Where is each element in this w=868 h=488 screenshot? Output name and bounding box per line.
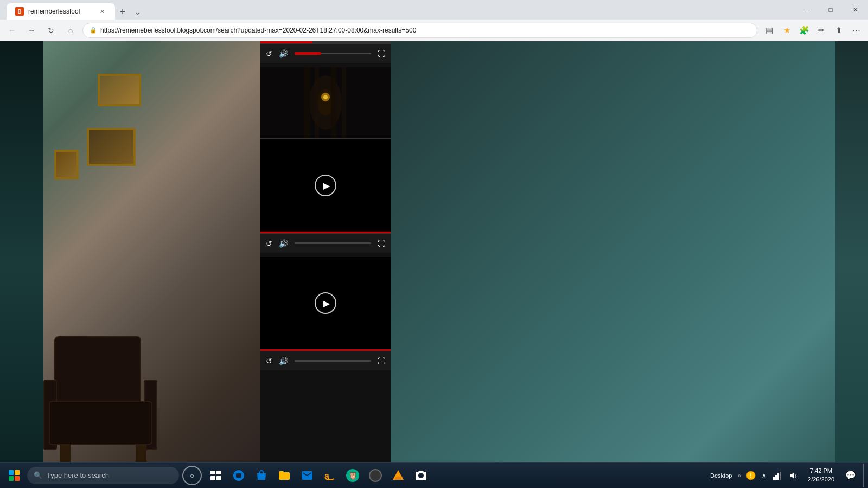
painting-2 — [87, 128, 136, 166]
task-view-button[interactable] — [205, 464, 227, 487]
video-3-fullscreen-button[interactable]: ⛶ — [378, 357, 385, 365]
mail-icon — [301, 469, 314, 482]
svg-rect-12 — [216, 476, 221, 480]
video-3-play-button[interactable]: ▶ — [315, 292, 336, 314]
page-content: ↺ 🔊 ⛶ — [0, 41, 868, 488]
svg-rect-10 — [216, 471, 221, 474]
amazon-icon[interactable]: a — [319, 464, 341, 487]
show-desktop-button[interactable] — [863, 464, 866, 487]
play-icon-2: ▶ — [323, 181, 330, 191]
svg-rect-21 — [777, 473, 779, 480]
vlc-cone-icon — [392, 469, 405, 482]
share-button[interactable]: ⬆ — [831, 23, 846, 38]
folder-icon — [278, 469, 291, 482]
play-icon-3: ▶ — [323, 298, 330, 309]
tripadvisor-logo: 🦉 — [346, 469, 359, 482]
mail-app-icon[interactable] — [296, 464, 318, 487]
svg-rect-11 — [210, 476, 215, 480]
tab-favicon: B — [15, 7, 24, 16]
windows-logo-icon — [9, 470, 20, 481]
cortana-icon: ○ — [190, 471, 194, 480]
tab-close-button[interactable]: ✕ — [98, 7, 106, 16]
video-1-visual — [260, 67, 391, 138]
video-1-thumbnail — [260, 67, 391, 138]
video-2-play-button[interactable]: ▶ — [315, 175, 336, 196]
video-2-volume-button[interactable]: 🔊 — [279, 239, 288, 248]
video-1-gap — [260, 63, 391, 67]
file-explorer-icon[interactable] — [273, 464, 295, 487]
video-1-seekbar[interactable] — [295, 53, 371, 54]
clock-display[interactable]: 7:42 PM 2/26/2020 — [803, 467, 839, 484]
tab-bar: B rememberlessfool ✕ + ⌄ — [4, 0, 793, 20]
camera-app-icon — [414, 469, 427, 482]
unknown-app-icon[interactable] — [365, 464, 386, 487]
video-2-seekbar[interactable] — [295, 242, 371, 244]
bookmark-button[interactable]: ★ — [779, 23, 794, 38]
video-1-controls: ↺ 🔊 ⛶ — [260, 43, 391, 63]
video-1-progress-bar — [260, 41, 391, 43]
refresh-button[interactable]: ↻ — [43, 23, 59, 38]
network-tray-icon[interactable] — [770, 466, 785, 485]
url-text: https://rememeberlessfool.blogspot.com/s… — [100, 27, 750, 34]
video-player-3: ▶ ↺ 🔊 ⛶ — [260, 257, 391, 370]
close-button[interactable]: ✕ — [843, 0, 868, 20]
svg-rect-9 — [210, 471, 215, 474]
vlc-icon[interactable] — [387, 464, 409, 487]
svg-rect-8 — [342, 67, 346, 138]
tab-list-button[interactable]: ⌄ — [130, 4, 145, 20]
painting-1 — [98, 74, 141, 106]
tripadvisor-icon[interactable]: 🦉 — [342, 464, 363, 487]
gap-between-videos — [260, 253, 391, 257]
search-bar[interactable]: 🔍 Type here to search — [27, 467, 179, 484]
camera-icon[interactable] — [410, 464, 432, 487]
video-1-replay-button[interactable]: ↺ — [266, 49, 272, 58]
active-tab[interactable]: B rememberlessfool ✕ — [7, 3, 115, 20]
system-tray-icons: ! ∧ — [743, 466, 801, 485]
maximize-button[interactable]: □ — [818, 0, 843, 20]
video-3-seekbar[interactable] — [295, 360, 371, 362]
tray-yellow-app[interactable]: ! — [743, 466, 758, 485]
svg-rect-7 — [331, 67, 336, 138]
store-icon — [255, 469, 268, 482]
edge-browser-icon[interactable] — [228, 464, 250, 487]
home-button[interactable]: ⌂ — [63, 23, 78, 38]
video-2-fullscreen-button[interactable]: ⛶ — [378, 239, 385, 248]
desktop-label[interactable]: Desktop — [707, 472, 735, 479]
circle-app-icon — [369, 469, 382, 482]
video-1-volume-button[interactable]: 🔊 — [279, 49, 288, 58]
menu-button[interactable]: ⋯ — [848, 23, 864, 38]
amazon-logo-icon: a — [323, 469, 336, 482]
video-3-replay-button[interactable]: ↺ — [266, 357, 272, 365]
tray-overflow-button[interactable]: ∧ — [760, 472, 769, 479]
clock-time: 7:42 PM — [810, 467, 832, 475]
start-button[interactable] — [2, 464, 26, 487]
svg-rect-5 — [304, 67, 310, 138]
notification-center-button[interactable]: 💬 — [841, 464, 860, 487]
search-icon: 🔍 — [34, 471, 42, 479]
tray-app-icon: ! — [746, 471, 756, 480]
address-input[interactable]: 🔒 https://rememeberlessfool.blogspot.com… — [82, 23, 757, 38]
minimize-button[interactable]: ─ — [793, 0, 818, 20]
background-scene: ↺ 🔊 ⛶ — [0, 41, 868, 488]
reader-view-button[interactable]: ▤ — [762, 23, 777, 38]
video-1-fullscreen-button[interactable]: ⛶ — [378, 49, 385, 58]
volume-tray-icon[interactable]: ) ) — [786, 466, 801, 485]
forward-button[interactable]: → — [24, 23, 39, 38]
pen-button[interactable]: ✏ — [814, 23, 829, 38]
collections-button[interactable]: 🧩 — [796, 23, 812, 38]
video-3-volume-button[interactable]: 🔊 — [279, 357, 288, 365]
browser-window: B rememberlessfool ✕ + ⌄ ─ □ ✕ ← → ↻ ⌂ 🔒… — [0, 0, 868, 488]
chair-seat — [49, 401, 152, 445]
new-tab-button[interactable]: + — [115, 4, 130, 20]
video-player-1: ↺ 🔊 ⛶ — [260, 41, 391, 138]
task-view-icon — [209, 469, 222, 482]
volume-icon: ) ) — [789, 471, 798, 480]
microsoft-store-icon[interactable] — [251, 464, 272, 487]
video-2-replay-button[interactable]: ↺ — [266, 239, 272, 248]
cortana-button[interactable]: ○ — [182, 466, 202, 485]
back-button[interactable]: ← — [4, 23, 20, 38]
svg-rect-19 — [773, 477, 775, 480]
svg-text:!: ! — [750, 473, 751, 479]
video-2-controls: ↺ 🔊 ⛶ — [260, 233, 391, 253]
toolbar-icons: ▤ ★ 🧩 ✏ ⬆ ⋯ — [762, 23, 864, 38]
